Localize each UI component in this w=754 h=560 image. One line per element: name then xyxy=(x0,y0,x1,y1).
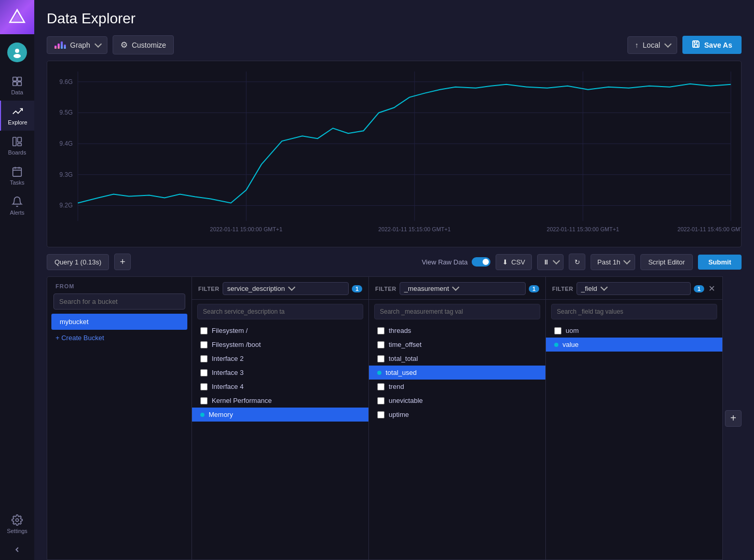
sidebar-collapse-btn[interactable] xyxy=(0,539,34,560)
sidebar-item-boards-label: Boards xyxy=(8,149,26,156)
filter3-badge: 1 xyxy=(694,285,704,292)
graph-type-button[interactable]: Graph xyxy=(47,36,107,54)
filter2-item-label-5: unevictable xyxy=(389,397,423,404)
filter2-field-selector[interactable]: _measurement xyxy=(400,282,526,295)
pause-button[interactable]: ⏸ xyxy=(537,254,564,270)
sidebar-item-settings[interactable]: Settings xyxy=(0,509,34,539)
svg-rect-10 xyxy=(18,144,21,146)
filter3-checkbox-0[interactable] xyxy=(554,327,561,334)
filter1-field-selector[interactable]: service_description xyxy=(223,282,349,295)
from-label: FROM xyxy=(47,277,191,293)
save-as-button[interactable]: Save As xyxy=(682,36,742,54)
pause-dropdown-icon xyxy=(553,258,558,266)
add-query-button[interactable]: + xyxy=(114,254,131,270)
bucket-item-mybucket[interactable]: mybucket xyxy=(51,314,187,330)
sidebar-item-tasks[interactable]: Tasks xyxy=(0,161,34,191)
filter1-item-1[interactable]: Filesystem /boot xyxy=(192,338,368,352)
filter2-item-label-3: total_used xyxy=(386,369,417,376)
filter1-search-input[interactable] xyxy=(197,304,363,319)
submit-button[interactable]: Submit xyxy=(698,255,742,270)
app-logo[interactable] xyxy=(0,0,34,34)
csv-button[interactable]: ⬇ CSV xyxy=(496,254,532,270)
csv-label: CSV xyxy=(511,258,525,266)
time-range-label: Past 1h xyxy=(597,258,620,266)
filter2-checkbox-2[interactable] xyxy=(377,355,385,362)
svg-rect-16 xyxy=(694,45,697,47)
filter1-item-2[interactable]: Interface 2 xyxy=(192,352,368,366)
filter1-checkbox-5[interactable] xyxy=(200,397,208,404)
filter3-search-input[interactable] xyxy=(551,304,717,319)
sidebar-item-alerts[interactable]: Alerts xyxy=(0,191,34,221)
svg-text:9.5G: 9.5G xyxy=(60,109,73,116)
filter1-checkbox-1[interactable] xyxy=(200,341,208,348)
filter3-close-button[interactable]: ✕ xyxy=(707,283,716,295)
sidebar-item-boards[interactable]: Boards xyxy=(0,131,34,161)
refresh-button[interactable]: ↻ xyxy=(569,254,585,270)
filter2-item-1[interactable]: time_offset xyxy=(369,338,545,352)
customize-button[interactable]: ⚙ Customize xyxy=(113,35,174,54)
filter2-item-0[interactable]: threads xyxy=(369,324,545,338)
filter2-item-6[interactable]: uptime xyxy=(369,408,545,422)
query-tab[interactable]: Query 1 (0.13s) xyxy=(47,254,109,270)
time-range-button[interactable]: Past 1h xyxy=(591,254,635,270)
raw-data-toggle[interactable] xyxy=(472,257,490,267)
filter1-item-6[interactable]: Memory xyxy=(192,408,368,422)
filter1-checkbox-2[interactable] xyxy=(200,355,208,362)
filter2-item-2[interactable]: total_total xyxy=(369,352,545,366)
sidebar: Data Explore Boards Tasks Alerts xyxy=(0,0,34,560)
filter2-checkbox-4[interactable] xyxy=(377,383,385,390)
filter2-checkbox-1[interactable] xyxy=(377,341,385,348)
page-title: Data Explorer xyxy=(47,10,742,27)
create-bucket-button[interactable]: + Create Bucket xyxy=(47,330,191,346)
from-panel: FROM mybucket + Create Bucket xyxy=(47,276,192,560)
svg-text:2022-01-11 15:15:00 GMT+1: 2022-01-11 15:15:00 GMT+1 xyxy=(378,226,451,232)
filter3-label: Filter xyxy=(552,286,573,292)
filter2-checkbox-0[interactable] xyxy=(377,327,385,334)
filter-panel-3: Filter _field 1 ✕ uom value xyxy=(546,276,723,560)
filter2-item-label-4: trend xyxy=(389,383,404,390)
svg-point-3 xyxy=(13,54,21,58)
filter1-label: Filter xyxy=(198,286,220,292)
filter1-item-4[interactable]: Interface 4 xyxy=(192,380,368,394)
filter1-header: Filter service_description 1 xyxy=(192,277,368,300)
page-header: Data Explorer xyxy=(34,0,754,35)
sidebar-item-explore[interactable]: Explore xyxy=(0,101,34,131)
filter1-checkbox-4[interactable] xyxy=(200,383,208,390)
filter3-item-label-1: value xyxy=(563,341,579,348)
filter1-checkbox-3[interactable] xyxy=(200,369,208,376)
sidebar-item-tasks-label: Tasks xyxy=(10,179,24,186)
filter1-item-5[interactable]: Kernel Performance xyxy=(192,394,368,408)
sidebar-item-alerts-label: Alerts xyxy=(10,209,24,216)
filter2-checkbox-6[interactable] xyxy=(377,411,385,418)
filter3-item-1[interactable]: value xyxy=(546,338,722,352)
script-editor-label: Script Editor xyxy=(648,258,685,266)
filter1-checkbox-0[interactable] xyxy=(200,327,208,334)
filter2-item-label-2: total_total xyxy=(389,355,418,362)
filter2-item-5[interactable]: unevictable xyxy=(369,394,545,408)
script-editor-button[interactable]: Script Editor xyxy=(640,254,693,270)
filter3-field-selector[interactable]: _field xyxy=(577,282,691,295)
graph-type-label: Graph xyxy=(70,41,90,49)
customize-label: Customize xyxy=(132,41,166,49)
create-bucket-label: + Create Bucket xyxy=(56,334,104,342)
line-chart: 9.6G 9.5G 9.4G 9.3G 9.2G 2022-01-11 15:0… xyxy=(47,61,741,247)
timezone-button[interactable]: ↑ Local xyxy=(627,36,677,54)
user-avatar[interactable] xyxy=(7,43,27,62)
filter1-item-0[interactable]: Filesystem / xyxy=(192,324,368,338)
filter2-checkbox-5[interactable] xyxy=(377,397,385,404)
sidebar-item-data[interactable]: Data xyxy=(0,71,34,101)
bucket-search-input[interactable] xyxy=(53,293,185,310)
filter2-search-input[interactable] xyxy=(374,304,540,319)
filter3-header: Filter _field 1 ✕ xyxy=(546,277,722,300)
filter3-item-0[interactable]: uom xyxy=(546,324,722,338)
add-filter-button[interactable]: + xyxy=(725,410,742,427)
filter1-item-label-0: Filesystem / xyxy=(212,327,248,334)
filter2-item-3[interactable]: total_used xyxy=(369,366,545,380)
filter2-item-label-0: threads xyxy=(389,327,411,334)
filter1-item-3[interactable]: Interface 3 xyxy=(192,366,368,380)
query-bar: Query 1 (0.13s) + View Raw Data ⬇ CSV ⏸ … xyxy=(34,247,754,276)
filter2-item-4[interactable]: trend xyxy=(369,380,545,394)
download-icon: ⬇ xyxy=(502,258,508,266)
view-raw-toggle: View Raw Data xyxy=(422,257,491,267)
timezone-icon: ↑ xyxy=(635,41,639,49)
